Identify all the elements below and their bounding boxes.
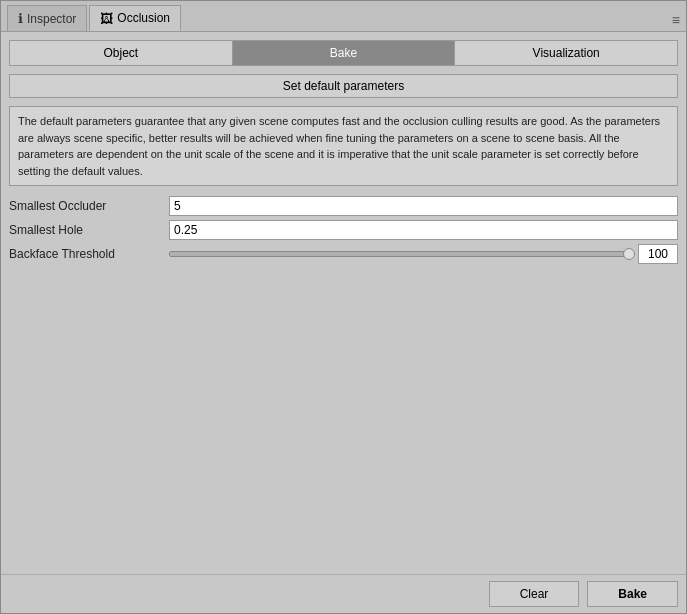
smallest-occluder-input[interactable] <box>169 196 678 216</box>
backface-threshold-value[interactable] <box>638 244 678 264</box>
backface-slider-thumb[interactable] <box>623 248 635 260</box>
inspector-icon: ℹ <box>18 11 23 26</box>
sub-tab-object[interactable]: Object <box>10 41 233 65</box>
bake-button[interactable]: Bake <box>587 581 678 607</box>
backface-threshold-label: Backface Threshold <box>9 247 169 261</box>
tab-bar: ℹ Inspector 🖼 Occlusion ≡ <box>1 1 686 32</box>
tab-menu-button[interactable]: ≡ <box>672 13 680 27</box>
sub-tab-bar: Object Bake Visualization <box>9 40 678 66</box>
tab-occlusion[interactable]: 🖼 Occlusion <box>89 5 181 31</box>
set-default-params-button[interactable]: Set default parameters <box>9 74 678 98</box>
param-row-backface-threshold: Backface Threshold <box>9 244 678 264</box>
occlusion-icon: 🖼 <box>100 11 113 26</box>
param-row-smallest-occluder: Smallest Occluder <box>9 196 678 216</box>
description-text: The default parameters guarantee that an… <box>9 106 678 186</box>
backface-slider-container <box>169 244 678 264</box>
sub-tab-visualization-label: Visualization <box>533 46 600 60</box>
content-area: Object Bake Visualization Set default pa… <box>1 32 686 574</box>
main-window: ℹ Inspector 🖼 Occlusion ≡ Object Bake Vi… <box>0 0 687 614</box>
tab-occlusion-label: Occlusion <box>117 11 170 25</box>
tab-inspector-label: Inspector <box>27 12 76 26</box>
sub-tab-bake[interactable]: Bake <box>233 41 456 65</box>
smallest-hole-input[interactable] <box>169 220 678 240</box>
param-row-smallest-hole: Smallest Hole <box>9 220 678 240</box>
clear-button[interactable]: Clear <box>489 581 580 607</box>
sub-tab-bake-label: Bake <box>330 46 357 60</box>
bottom-bar: Clear Bake <box>1 574 686 613</box>
content-spacer <box>9 272 678 566</box>
smallest-hole-label: Smallest Hole <box>9 223 169 237</box>
params-grid: Smallest Occluder Smallest Hole Backface… <box>9 196 678 264</box>
backface-slider-track[interactable] <box>169 251 634 257</box>
sub-tab-visualization[interactable]: Visualization <box>455 41 677 65</box>
sub-tab-object-label: Object <box>103 46 138 60</box>
backface-slider-fill <box>170 252 633 256</box>
smallest-occluder-label: Smallest Occluder <box>9 199 169 213</box>
tab-inspector[interactable]: ℹ Inspector <box>7 5 87 31</box>
